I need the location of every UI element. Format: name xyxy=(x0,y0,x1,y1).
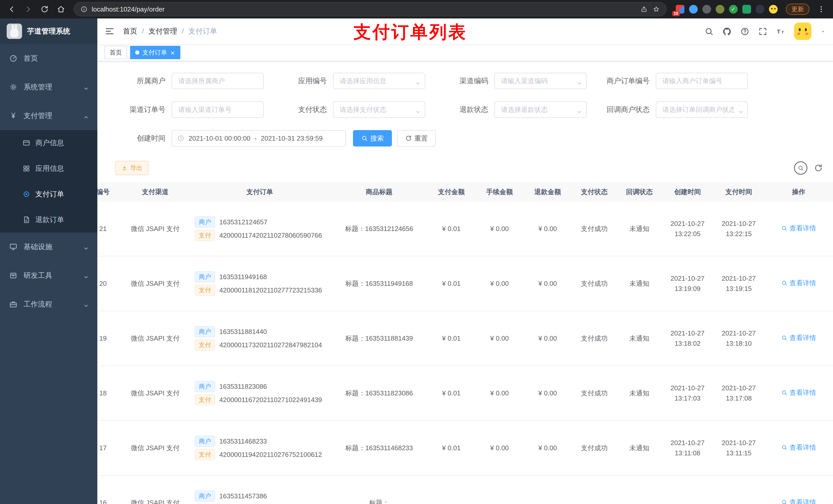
sidebar-item-workflow[interactable]: 工作流程 xyxy=(0,290,97,318)
cell-pay-order: 商户 1635311457386 支付 xyxy=(189,475,331,504)
date-start-value[interactable]: 2021-10-01 00:00:00 xyxy=(189,135,250,142)
col-fee: 手续金额 xyxy=(475,182,524,201)
extension-icon[interactable] xyxy=(742,5,751,14)
merchant-input[interactable] xyxy=(172,73,264,89)
cell-pay-status: 支付成功 xyxy=(572,201,617,256)
merchant-tag: 商户 xyxy=(195,381,215,392)
browser-back-button[interactable] xyxy=(5,3,19,16)
view-detail-link[interactable]: 查看详情 xyxy=(781,442,816,453)
font-size-icon[interactable] xyxy=(776,26,785,37)
cell-fee: ¥ 0.00 xyxy=(475,311,524,366)
help-icon[interactable] xyxy=(740,26,749,37)
channel-order-no-field[interactable] xyxy=(172,101,264,118)
browser-reload-button[interactable] xyxy=(38,3,51,16)
refresh-table-button[interactable] xyxy=(814,164,823,172)
refund-status-input[interactable] xyxy=(494,101,587,118)
address-bar[interactable]: localhost:1024/pay/order xyxy=(74,2,667,16)
cell-title: 标题：1635311881439 xyxy=(331,311,427,366)
cell-pay-time: 2021-10-27 13:22:15 xyxy=(713,201,764,256)
extension-icon[interactable] xyxy=(716,5,724,14)
browser-forward-button[interactable] xyxy=(22,3,35,16)
merchant-order-no-input[interactable] xyxy=(656,73,748,89)
sidebar-item-system[interactable]: 系统管理 xyxy=(0,73,97,101)
profile-avatar-icon[interactable] xyxy=(769,5,778,14)
cell-pay-time: 2021-10-27 13:17:08 xyxy=(713,366,764,421)
notify-status-input[interactable] xyxy=(656,101,748,118)
merchant-order-no-field[interactable] xyxy=(656,73,748,89)
search-button[interactable]: 搜索 xyxy=(353,130,392,146)
export-button[interactable]: 导出 xyxy=(115,161,148,175)
date-end-value[interactable]: 2021-10-31 23:59:59 xyxy=(261,135,323,142)
tab-home[interactable]: 首页 xyxy=(104,46,127,59)
header-search-icon[interactable] xyxy=(705,26,714,37)
refund-status-select[interactable] xyxy=(494,101,587,118)
cell-channel: 微信 JSAPI 支付 xyxy=(122,311,189,366)
col-notify-status: 回调状态 xyxy=(617,182,662,201)
sidebar-item-home[interactable]: 首页 xyxy=(0,44,97,73)
sidebar-item-app-info[interactable]: 应用信息 xyxy=(0,156,97,181)
merchant-tag: 商户 xyxy=(195,490,215,502)
reset-button[interactable]: 重置 xyxy=(397,130,436,146)
cell-create-time: 2021-10-27 13:22:05 xyxy=(662,201,713,256)
app-logo[interactable]: 芋道管理系统 xyxy=(0,19,97,44)
cell-actions: 查看详情 xyxy=(764,475,833,504)
sidebar-item-dev-tools[interactable]: 研发工具 xyxy=(0,261,97,290)
extension-icon[interactable] xyxy=(689,5,698,14)
view-detail-link[interactable]: 查看详情 xyxy=(781,497,816,504)
pay-order-no: 4200001174202110278060590766 xyxy=(219,230,322,240)
avatar-caret-icon[interactable] xyxy=(820,27,826,36)
bookmark-star-icon[interactable] xyxy=(653,6,660,13)
app-input[interactable] xyxy=(333,73,425,89)
view-detail-link[interactable]: 查看详情 xyxy=(781,387,816,398)
tab-pay-order[interactable]: 支付订单 xyxy=(130,46,180,59)
document-icon xyxy=(23,216,30,223)
channel-order-no-input[interactable] xyxy=(172,101,264,118)
cell-amount: ¥ 0.01 xyxy=(427,366,475,421)
extension-icon[interactable] xyxy=(756,5,764,14)
sidebar-collapse-icon[interactable] xyxy=(104,26,115,37)
url-text[interactable]: localhost:1024/pay/order xyxy=(92,5,636,13)
notify-status-select[interactable] xyxy=(656,101,748,118)
sidebar-item-pay-order[interactable]: 支付订单 xyxy=(0,181,97,207)
sidebar-item-refund-order[interactable]: 退款订单 xyxy=(0,207,97,233)
github-icon[interactable] xyxy=(722,26,732,37)
browser-menu-icon[interactable] xyxy=(814,3,828,16)
view-detail-link[interactable]: 查看详情 xyxy=(781,278,816,288)
app-select[interactable] xyxy=(333,73,425,89)
site-info-icon[interactable] xyxy=(80,6,88,13)
sidebar-item-infrastructure[interactable]: 基础设施 xyxy=(0,233,97,261)
cell-pay-time: 2021-10-27 13:11:15 xyxy=(713,421,764,475)
create-time-range-picker[interactable]: 2021-10-01 00:00:00 - 2021-10-31 23:59:5… xyxy=(172,130,346,146)
merchant-select[interactable] xyxy=(172,73,264,89)
filter-label-merchant-order-no: 商户订单编号 xyxy=(599,76,656,86)
sidebar-item-payment[interactable]: 支付管理 xyxy=(0,101,97,130)
table-header-row: 编号 支付渠道 支付订单 商品标题 支付金额 手续金额 退款金额 支付状态 回调… xyxy=(97,182,833,201)
cell-id: 21 xyxy=(97,201,122,256)
browser-home-button[interactable] xyxy=(54,3,68,16)
share-icon[interactable] xyxy=(640,6,647,13)
view-detail-link[interactable]: 查看详情 xyxy=(781,333,816,343)
merchant-tag: 商户 xyxy=(195,436,215,447)
table-row: 21 微信 JSAPI 支付 商户 1635312124657 支付 xyxy=(97,201,833,256)
breadcrumb-payment[interactable]: 支付管理 xyxy=(148,26,177,36)
view-detail-link[interactable]: 查看详情 xyxy=(781,223,816,233)
toggle-search-button[interactable] xyxy=(794,161,807,175)
breadcrumb-home[interactable]: 首页 xyxy=(123,26,137,36)
tab-close-icon[interactable] xyxy=(170,49,175,56)
user-avatar[interactable] xyxy=(794,23,811,40)
cell-amount xyxy=(427,475,475,504)
pay-status-select[interactable] xyxy=(333,101,425,118)
browser-update-button[interactable]: 更新 xyxy=(786,4,809,15)
fullscreen-icon[interactable] xyxy=(758,26,767,37)
extension-icon[interactable]: 10 xyxy=(676,5,685,14)
browser-chrome: localhost:1024/pay/order 10 ✓ 更新 xyxy=(0,0,833,19)
cell-id: 19 xyxy=(97,311,122,366)
channel-code-input[interactable] xyxy=(494,73,587,89)
magnifier-icon xyxy=(781,280,787,286)
sidebar-item-merchant-info[interactable]: 商户信息 xyxy=(0,130,97,156)
channel-code-select[interactable] xyxy=(494,73,587,89)
pay-status-input[interactable] xyxy=(333,101,425,118)
extension-icon[interactable] xyxy=(703,5,711,14)
extension-check-icon[interactable]: ✓ xyxy=(729,5,738,14)
merchant-order-no: 1635311949168 xyxy=(219,272,267,282)
